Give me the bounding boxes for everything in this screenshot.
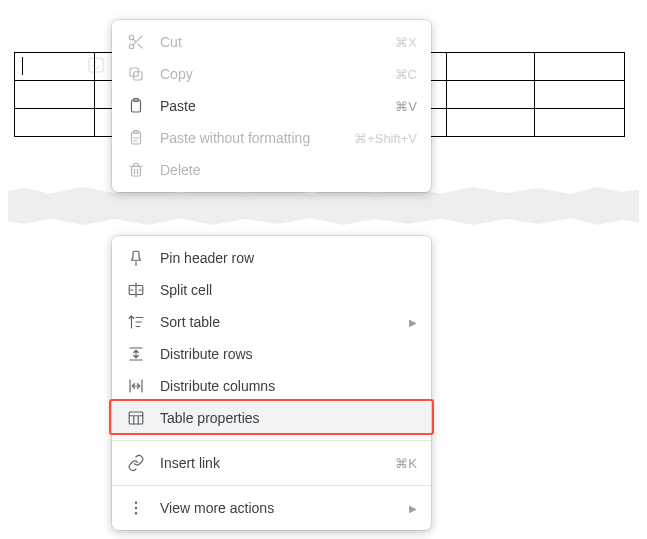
distribute-rows-icon [126,344,146,364]
menu-item-distribute-rows[interactable]: Distribute rows [112,338,431,370]
cell-menu-handle-icon[interactable] [88,57,104,73]
menu-label: Delete [160,162,417,178]
copy-icon [126,64,146,84]
menu-label: Distribute rows [160,346,417,362]
menu-item-paste[interactable]: Paste ⌘V [112,90,431,122]
menu-item-view-more-actions[interactable]: View more actions ▶ [112,492,431,524]
pin-icon [126,248,146,268]
menu-shortcut: ⌘C [395,67,417,82]
menu-label: Sort table [160,314,399,330]
menu-item-copy[interactable]: Copy ⌘C [112,58,431,90]
menu-separator [112,440,431,441]
menu-label: Table properties [160,410,417,426]
scissors-icon [126,32,146,52]
menu-item-insert-link[interactable]: Insert link ⌘K [112,447,431,479]
more-vertical-icon [126,498,146,518]
menu-label: Cut [160,34,385,50]
link-icon [126,453,146,473]
menu-shortcut: ⌘V [395,99,417,114]
menu-label: Paste [160,98,385,114]
torn-paper-gap [8,186,639,226]
clipboard-plain-icon [126,128,146,148]
menu-item-delete[interactable]: Delete [112,154,431,186]
submenu-chevron-icon: ▶ [409,317,417,328]
distribute-columns-icon [126,376,146,396]
svg-rect-9 [132,166,141,176]
menu-shortcut: ⌘+Shift+V [354,131,417,146]
menu-item-pin-header-row[interactable]: Pin header row [112,242,431,274]
split-cell-icon [126,280,146,300]
menu-label: Paste without formatting [160,130,344,146]
clipboard-icon [126,96,146,116]
trash-icon [126,160,146,180]
submenu-chevron-icon: ▶ [409,503,417,514]
menu-separator [112,485,431,486]
menu-item-split-cell[interactable]: Split cell [112,274,431,306]
svg-point-13 [135,507,137,509]
menu-item-table-properties[interactable]: Table properties [112,402,431,434]
menu-shortcut: ⌘K [395,456,417,471]
menu-item-paste-without-formatting[interactable]: Paste without formatting ⌘+Shift+V [112,122,431,154]
text-cursor [22,57,23,75]
menu-item-sort-table[interactable]: Sort table ▶ [112,306,431,338]
menu-label: Distribute columns [160,378,417,394]
menu-item-distribute-columns[interactable]: Distribute columns [112,370,431,402]
menu-label: Copy [160,66,385,82]
svg-point-12 [135,502,137,504]
menu-label: Split cell [160,282,417,298]
menu-item-cut[interactable]: Cut ⌘X [112,26,431,58]
menu-label: View more actions [160,500,399,516]
svg-rect-11 [129,412,143,424]
svg-point-14 [135,512,137,514]
document-canvas: Cut ⌘X Copy ⌘C Paste ⌘V Paste without fo… [8,8,639,531]
context-menu-bottom: Pin header row Split cell Sort table ▶ D… [112,236,431,530]
table-icon [126,408,146,428]
menu-label: Insert link [160,455,385,471]
sort-icon [126,312,146,332]
menu-label: Pin header row [160,250,417,266]
svg-rect-0 [89,58,103,72]
context-menu-top: Cut ⌘X Copy ⌘C Paste ⌘V Paste without fo… [112,20,431,192]
menu-shortcut: ⌘X [395,35,417,50]
